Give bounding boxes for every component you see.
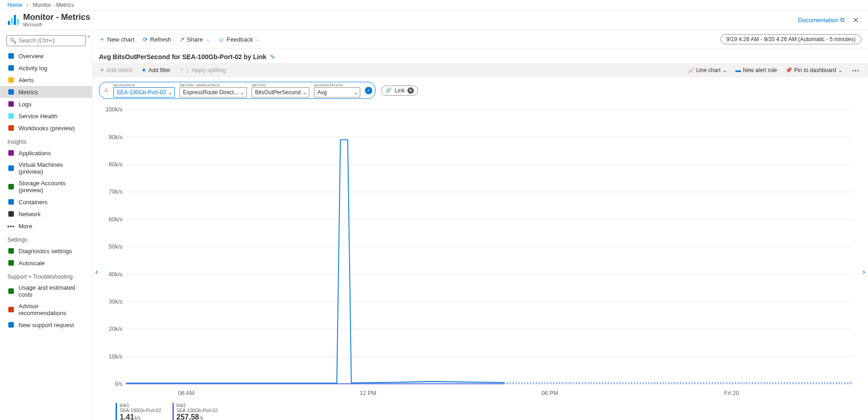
sidebar-item-containers[interactable]: Containers — [0, 196, 92, 208]
svg-rect-6 — [8, 77, 14, 83]
line-chart[interactable]: 0/s10k/s20k/s30k/s40k/s50k/s60k/s70k/s80… — [97, 103, 859, 399]
documentation-link[interactable]: Documentation ⧉ — [798, 16, 844, 24]
add-filter-button[interactable]: ▼Add filter — [140, 66, 171, 75]
apply-check-icon[interactable]: ✓ — [365, 87, 372, 94]
warning-icon: ⚠ — [104, 87, 109, 93]
resource-label: RESOURCE — [113, 83, 175, 87]
aggregation-selector[interactable]: Avg — [314, 87, 360, 97]
sidebar-item-diagnostics-settings[interactable]: Diagnostics settings — [0, 245, 92, 257]
nav-item-label: Usage and estimated costs — [18, 284, 85, 298]
namespace-selector[interactable]: ExpressRoute Direct... — [179, 87, 247, 97]
svg-text:10k/s: 10k/s — [109, 353, 123, 359]
nav-item-label: Applications — [18, 150, 51, 157]
sidebar-item-network[interactable]: Network — [0, 208, 92, 220]
chart-toolbar-primary: ＋New chart ⟳Refresh ↗Share⌄ ☺Feedback⌄ 9… — [92, 30, 868, 49]
breadcrumb-separator: › — [26, 2, 28, 8]
page-header: Monitor - Metrics Microsoft Documentatio… — [0, 11, 868, 30]
share-icon: ↗ — [179, 36, 185, 43]
alert-icon: ▬ — [735, 67, 741, 73]
nav-item-label: Diagnostics settings — [18, 248, 72, 255]
sidebar-item-service-health[interactable]: Service Health — [0, 110, 92, 122]
chart-next-button[interactable]: › — [861, 265, 867, 279]
svg-text:90k/s: 90k/s — [109, 133, 123, 140]
sidebar-item-virtual-machines-preview-[interactable]: Virtual Machines (preview) — [0, 159, 92, 177]
svg-rect-4 — [8, 53, 14, 59]
split-icon: ⋮⋮ — [179, 67, 190, 73]
add-metric-button[interactable]: ✦Add metric — [99, 66, 134, 75]
aggregation-label: AGGREGATION — [314, 83, 360, 87]
svg-rect-13 — [8, 184, 14, 189]
svg-rect-7 — [8, 89, 14, 95]
diag-icon — [7, 247, 15, 255]
close-icon[interactable]: ✕ — [851, 16, 861, 24]
sidebar-item-applications[interactable]: Applications — [0, 147, 92, 159]
svg-text:100k/s: 100k/s — [105, 106, 123, 113]
svg-rect-5 — [8, 65, 14, 71]
legend-source: SEA-100Gb-Port-02 — [177, 408, 218, 413]
sidebar-item-new-support-request[interactable]: New support request — [0, 319, 92, 331]
vm-icon — [7, 164, 15, 172]
chart-type-selector[interactable]: 📈Line chart⌄ — [687, 66, 728, 75]
search-input[interactable] — [18, 37, 82, 44]
remove-chip-icon[interactable]: ✕ — [407, 87, 414, 94]
chevron-down-icon: ⌄ — [722, 67, 727, 73]
nav-item-label: Logs — [18, 101, 31, 108]
feedback-button[interactable]: ☺Feedback⌄ — [218, 36, 260, 43]
svg-rect-15 — [8, 211, 14, 217]
refresh-icon: ⟳ — [143, 36, 148, 43]
chevron-down-icon: ⌄ — [256, 37, 260, 42]
breadcrumb: Home › Monitor - Metrics — [0, 0, 868, 11]
sidebar-item-advisor-recommendations[interactable]: Advisor recommendations — [0, 300, 92, 319]
svg-text:40k/s: 40k/s — [109, 270, 123, 277]
link-filter-chip[interactable]: 🔗 Link ✕ — [381, 85, 418, 96]
edit-title-icon[interactable]: ✎ — [270, 54, 275, 61]
time-range-selector[interactable]: 9/19 4:26 AM - 9/20 4:26 AM (Automatic -… — [720, 34, 862, 44]
metric-selector[interactable]: BitsOutPerSecond — [252, 87, 309, 97]
external-link-icon: ⧉ — [840, 16, 844, 24]
network-icon — [7, 210, 15, 218]
sidebar-item-autoscale[interactable]: Autoscale — [0, 257, 92, 269]
sidebar-item-activity-log[interactable]: Activity log — [0, 62, 92, 74]
sidebar-item-storage-accounts-preview-[interactable]: Storage Accounts (preview) — [0, 177, 92, 196]
sidebar-item-metrics[interactable]: Metrics — [0, 86, 92, 98]
more-options-button[interactable]: ⋯ — [850, 66, 862, 75]
containers-icon — [7, 198, 15, 206]
nav-item-label: Alerts — [18, 77, 34, 84]
legend-unit: /s — [199, 415, 203, 420]
svg-text:20k/s: 20k/s — [109, 325, 123, 332]
storage-icon — [7, 183, 15, 190]
nav-item-label: Autoscale — [18, 260, 45, 267]
sidebar-item-alerts[interactable]: Alerts — [0, 74, 92, 86]
apply-splitting-button[interactable]: ⋮⋮Apply splitting — [178, 66, 227, 75]
nav-item-label: Metrics — [18, 89, 38, 96]
svg-rect-8 — [8, 101, 14, 107]
share-button[interactable]: ↗Share⌄ — [179, 36, 210, 43]
page-title: Monitor - Metrics — [23, 12, 90, 22]
svg-rect-9 — [8, 113, 14, 119]
sidebar-item-logs[interactable]: Logs — [0, 98, 92, 110]
nav-item-label: Workbooks (preview) — [18, 125, 75, 132]
legend-item[interactable]: link1SEA-100Gb-Port-021.41k/s — [116, 403, 161, 420]
refresh-button[interactable]: ⟳Refresh — [143, 36, 172, 43]
new-alert-button[interactable]: ▬New alert rule — [734, 66, 778, 75]
chart-area: ‹ › 0/s10k/s20k/s30k/s40k/s50k/s60k/s70k… — [92, 103, 868, 420]
legend-item[interactable]: link2SEA-100Gb-Port-02257.58/s — [172, 403, 218, 420]
pin-dashboard-button[interactable]: 📌Pin to dashboard⌄ — [784, 66, 843, 75]
sidebar-item-usage-and-estimated-costs[interactable]: Usage and estimated costs — [0, 282, 92, 300]
legend-value: 1.41 — [120, 413, 134, 420]
sidebar-item-workbooks-preview-[interactable]: Workbooks (preview) — [0, 122, 92, 134]
pin-icon: 📌 — [785, 67, 792, 73]
breadcrumb-home[interactable]: Home — [7, 2, 22, 8]
smile-icon: ☺ — [218, 36, 224, 43]
sidebar-item-more[interactable]: •••More — [0, 220, 92, 232]
sidebar-collapse-icon[interactable]: « — [87, 33, 90, 39]
resource-selector[interactable]: SEA-100Gb-Port-02 — [113, 87, 175, 97]
svg-rect-0 — [8, 21, 10, 25]
new-chart-button[interactable]: ＋New chart — [99, 35, 135, 43]
sidebar-item-overview[interactable]: Overview — [0, 50, 92, 62]
breadcrumb-current: Monitor - Metrics — [33, 2, 74, 8]
link-icon: 🔗 — [385, 87, 392, 93]
chart-prev-button[interactable]: ‹ — [93, 265, 100, 279]
sidebar-search[interactable]: 🔍 — [6, 35, 86, 46]
nav-item-label: Network — [18, 211, 41, 218]
